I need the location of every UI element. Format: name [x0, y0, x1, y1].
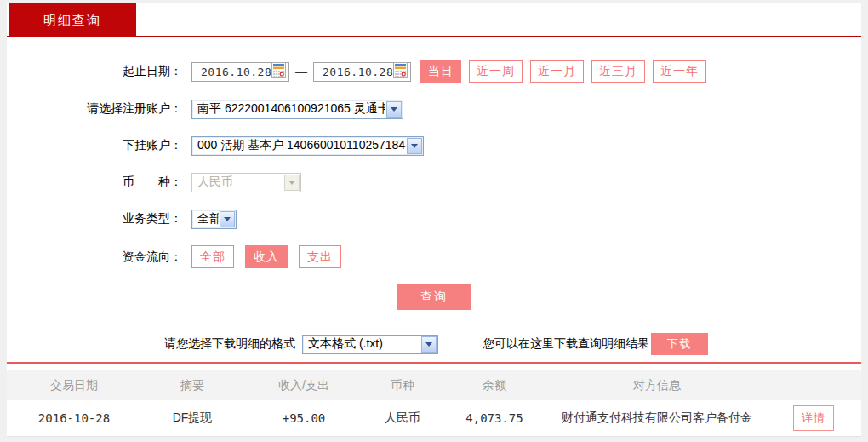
business-type-select[interactable]: 全部: [191, 210, 237, 229]
table-divider: [7, 362, 861, 364]
sub-account-value: 000 活期 基本户 1406600101102571848: [192, 138, 406, 153]
chevron-down-icon: [386, 101, 402, 118]
header-amount: 收入/支出: [243, 378, 364, 393]
table-header: 交易日期 摘要 收入/支出 币种 余额 对方信息: [7, 370, 861, 400]
calendar-icon[interactable]: [393, 62, 408, 82]
table-row: 2016-10-28 DF提现 +95.00 人民币 4,073.75 财付通支…: [7, 400, 861, 437]
detail-button[interactable]: 详情: [793, 405, 834, 431]
query-button-row: 查询: [7, 284, 861, 310]
header-summary: 摘要: [141, 378, 243, 393]
fund-flow-label: 资金流向：: [7, 250, 182, 265]
download-row: 请您选择下载明细的格式 文本格式 (.txt) 您可以在这里下载查询明细结果 下…: [7, 333, 861, 355]
chevron-down-icon: [284, 175, 300, 191]
download-format-select[interactable]: 文本格式 (.txt): [302, 335, 438, 354]
date-range-row: 起止日期： 2016.10.28: [7, 60, 861, 83]
chevron-down-icon: [421, 336, 437, 353]
registered-account-select[interactable]: 南平 6222001406100921065 灵通卡: [191, 100, 403, 119]
download-hint: 您可以在这里下载查询明细结果: [483, 336, 649, 352]
range-today-button[interactable]: 当日: [420, 60, 461, 83]
flow-expense-button[interactable]: 支出: [299, 245, 341, 268]
tab-bar: 明细查询: [7, 3, 861, 37]
range-week-button[interactable]: 近一周: [469, 60, 523, 83]
date-separator: —: [295, 65, 307, 78]
download-format-label: 请您选择下载明细的格式: [164, 336, 295, 352]
start-date-value: 2016.10.28: [201, 66, 271, 78]
currency-value: 人民币: [192, 175, 283, 190]
sub-account-label: 下挂账户：: [7, 138, 182, 153]
flow-all-button[interactable]: 全部: [191, 245, 234, 268]
detail-query-panel: 明细查询 起止日期： 2016.10.28: [7, 3, 861, 437]
download-format-value: 文本格式 (.txt): [303, 336, 420, 352]
header-counterparty: 对方信息: [548, 378, 766, 393]
business-type-row: 业务类型： 全部: [7, 209, 861, 229]
query-button[interactable]: 查询: [397, 284, 471, 310]
cell-date: 2016-10-28: [7, 411, 141, 425]
cell-currency: 人民币: [364, 410, 441, 426]
business-type-value: 全部: [192, 211, 219, 227]
header-balance: 余额: [441, 378, 548, 393]
cell-counterparty: 财付通支付科技有限公司客户备付金: [548, 410, 766, 426]
header-currency: 币种: [364, 378, 441, 393]
chevron-down-icon: [407, 138, 422, 154]
registered-account-row: 请选择注册账户： 南平 6222001406100921065 灵通卡: [7, 99, 861, 119]
header-date: 交易日期: [7, 378, 141, 393]
currency-row: 币 种： 人民币: [7, 172, 861, 192]
date-range-label: 起止日期：: [7, 64, 182, 79]
download-button[interactable]: 下载: [651, 333, 708, 355]
fund-flow-row: 资金流向： 全部 收入 支出: [7, 245, 861, 268]
start-date-input[interactable]: 2016.10.28: [191, 62, 289, 82]
query-form: 起止日期： 2016.10.28: [7, 37, 861, 310]
cell-balance: 4,073.75: [441, 411, 548, 425]
currency-label: 币 种：: [7, 175, 182, 190]
end-date-value: 2016.10.28: [323, 66, 393, 78]
end-date-input[interactable]: 2016.10.28: [313, 62, 411, 82]
range-year-button[interactable]: 近一年: [653, 60, 706, 83]
flow-income-button[interactable]: 收入: [245, 245, 288, 268]
cell-summary: DF提现: [141, 410, 243, 426]
range-month-button[interactable]: 近一月: [530, 60, 584, 83]
sub-account-row: 下挂账户： 000 活期 基本户 1406600101102571848: [7, 135, 861, 156]
calendar-icon[interactable]: [271, 62, 286, 82]
range-quarter-button[interactable]: 近三月: [591, 60, 645, 83]
cell-amount: +95.00: [243, 411, 364, 425]
sub-account-select[interactable]: 000 活期 基本户 1406600101102571848: [191, 136, 424, 156]
business-type-label: 业务类型：: [7, 211, 182, 227]
chevron-down-icon: [220, 211, 235, 227]
currency-select: 人民币: [191, 173, 301, 192]
registered-account-label: 请选择注册账户：: [7, 101, 182, 117]
tab-detail-query[interactable]: 明细查询: [9, 3, 136, 37]
registered-account-value: 南平 6222001406100921065 灵通卡: [192, 101, 385, 117]
